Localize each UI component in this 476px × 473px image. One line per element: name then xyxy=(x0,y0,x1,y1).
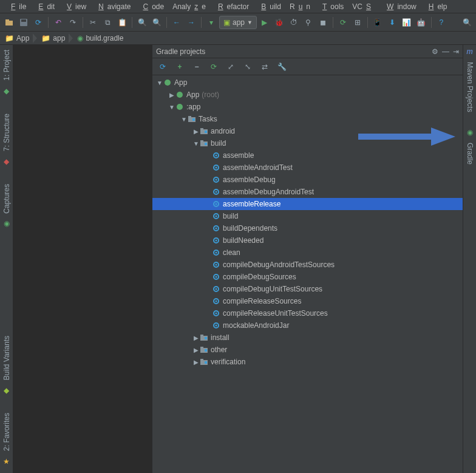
task-compileDebugSources[interactable]: compileDebugSources xyxy=(152,271,463,283)
menu-navigate[interactable]: Navigate xyxy=(91,1,134,12)
expand-chevron-icon[interactable] xyxy=(168,104,175,111)
help-icon[interactable]: ? xyxy=(435,16,448,29)
tool-project[interactable]: 1: Project xyxy=(2,47,11,83)
gradle-sync-icon[interactable]: ⟳ xyxy=(336,16,350,29)
tree-label: :app xyxy=(186,103,200,111)
sdk-icon[interactable]: ⬇ xyxy=(386,16,399,29)
tool-favorites[interactable]: 2: Favorites xyxy=(2,410,11,454)
task-buildDependents[interactable]: buildDependents xyxy=(152,222,463,234)
task-assembleAndroidTest[interactable]: assembleAndroidTest xyxy=(152,162,463,174)
expand-chevron-icon[interactable] xyxy=(192,128,200,135)
tree-group-other[interactable]: other xyxy=(152,344,463,356)
avd-icon[interactable]: 📱 xyxy=(371,16,384,29)
android-device-icon[interactable]: 🤖 xyxy=(415,16,428,29)
tree-tasks[interactable]: Tasks xyxy=(152,113,463,125)
zoom-in-icon[interactable]: 🔍 xyxy=(135,16,149,29)
menu-window[interactable]: Window xyxy=(379,1,420,12)
task-compileDebugAndroidTestSources[interactable]: compileDebugAndroidTestSources xyxy=(152,259,463,271)
back-icon[interactable]: ← xyxy=(170,16,183,29)
task-assembleRelease[interactable]: assembleRelease xyxy=(152,198,463,210)
project-structure-icon[interactable]: ⊞ xyxy=(351,16,364,29)
debug-icon[interactable]: 🐞 xyxy=(273,16,286,29)
stop-icon[interactable]: ◼ xyxy=(316,16,330,29)
settings-icon[interactable]: ⚙ xyxy=(432,47,438,56)
make-icon[interactable]: ▾ xyxy=(205,16,218,29)
run-config-selector[interactable]: ▣ app ▼ xyxy=(219,16,257,29)
monitor-icon[interactable]: 📊 xyxy=(400,16,413,29)
tree-app-module[interactable]: :app xyxy=(152,101,463,113)
menu-analyze[interactable]: Analyze xyxy=(169,1,209,12)
task-assembleDebug[interactable]: assembleDebug xyxy=(152,174,463,186)
crumb-file[interactable]: ◉ build.gradle xyxy=(73,32,127,44)
profile-icon[interactable]: ⏱ xyxy=(287,16,301,29)
expand-chevron-icon[interactable] xyxy=(180,116,188,123)
zoom-out-icon[interactable]: 🔍 xyxy=(150,16,163,29)
wrench-icon[interactable]: 🔧 xyxy=(276,61,287,72)
task-compileReleaseUnitTestSources[interactable]: compileReleaseUnitTestSources xyxy=(152,307,463,319)
refresh-icon[interactable]: ⟳ xyxy=(157,61,168,72)
forward-icon[interactable]: → xyxy=(185,16,198,29)
tool-build-variants[interactable]: Build Variants xyxy=(2,333,11,383)
tree-label: assembleRelease xyxy=(223,200,280,208)
task-build[interactable]: build xyxy=(152,210,463,222)
expand-chevron-icon[interactable] xyxy=(192,335,200,341)
expand-chevron-icon[interactable] xyxy=(192,359,200,366)
copy-icon[interactable]: ⧉ xyxy=(101,16,114,29)
search-icon[interactable]: 🔍 xyxy=(460,16,474,29)
sync-icon[interactable]: ⟳ xyxy=(32,16,45,29)
expand-chevron-icon[interactable] xyxy=(192,140,200,147)
collapse-icon[interactable]: ⤡ xyxy=(242,61,253,72)
attach-icon[interactable]: ⚲ xyxy=(302,16,315,29)
menu-file[interactable]: File xyxy=(4,1,30,12)
remove-icon[interactable]: − xyxy=(191,61,202,72)
paste-icon[interactable]: 📋 xyxy=(115,16,129,29)
task-compileDebugUnitTestSources[interactable]: compileDebugUnitTestSources xyxy=(152,283,463,295)
minimize-icon[interactable]: ― xyxy=(442,47,449,56)
svg-rect-47 xyxy=(200,335,203,336)
tree-label: assembleDebugAndroidTest xyxy=(223,188,314,196)
tool-structure[interactable]: 7: Structure xyxy=(2,111,11,154)
tool-maven[interactable]: Maven Projects xyxy=(466,60,474,115)
expand-icon[interactable]: ⤢ xyxy=(225,61,236,72)
tree-label: compileDebugSources xyxy=(223,273,296,281)
task-assemble[interactable]: assemble xyxy=(152,149,463,162)
menu-view[interactable]: View xyxy=(59,1,90,12)
tree-group-build[interactable]: build xyxy=(152,137,463,149)
task-buildNeeded[interactable]: buildNeeded xyxy=(152,234,463,247)
tree-root-project[interactable]: App(root) xyxy=(152,89,463,101)
hide-icon[interactable]: ⇥ xyxy=(453,47,459,56)
task-mockableAndroidJar[interactable]: mockableAndroidJar xyxy=(152,319,463,332)
gradle-tree[interactable]: AppApp(root):appTasksandroidbuildassembl… xyxy=(152,75,463,473)
cut-icon[interactable]: ✂ xyxy=(86,16,100,29)
menu-build[interactable]: Build xyxy=(254,1,285,12)
redo-icon[interactable]: ↷ xyxy=(66,16,80,29)
execute-icon[interactable]: ⟳ xyxy=(208,61,219,72)
crumb-project[interactable]: 📁 App xyxy=(1,32,33,44)
save-icon[interactable] xyxy=(17,16,30,29)
tree-group-install[interactable]: install xyxy=(152,332,463,344)
menu-vcs[interactable]: VCS xyxy=(348,1,378,12)
menu-edit[interactable]: Edit xyxy=(31,1,58,12)
task-clean[interactable]: clean xyxy=(152,247,463,259)
tree-root[interactable]: App xyxy=(152,77,463,89)
task-assembleDebugAndroidTest[interactable]: assembleDebugAndroidTest xyxy=(152,186,463,198)
expand-chevron-icon[interactable] xyxy=(168,92,175,98)
tool-captures[interactable]: Captures xyxy=(2,182,11,216)
add-icon[interactable]: + xyxy=(174,61,185,72)
menu-tools[interactable]: Tools xyxy=(315,1,347,12)
tree-group-android[interactable]: android xyxy=(152,125,463,137)
expand-chevron-icon[interactable] xyxy=(192,347,200,353)
expand-chevron-icon[interactable] xyxy=(156,80,163,86)
task-compileReleaseSources[interactable]: compileReleaseSources xyxy=(152,295,463,307)
run-icon[interactable]: ▶ xyxy=(258,16,271,29)
menu-help[interactable]: Help xyxy=(421,1,451,12)
tree-group-verification[interactable]: verification xyxy=(152,356,463,368)
crumb-module[interactable]: 📁 app xyxy=(38,32,69,44)
open-icon[interactable] xyxy=(2,16,16,29)
menu-refactor[interactable]: Refactor xyxy=(211,1,253,12)
menu-code[interactable]: Code xyxy=(135,1,168,12)
menu-run[interactable]: Run xyxy=(286,1,314,12)
tool-gradle[interactable]: Gradle xyxy=(466,140,474,167)
undo-icon[interactable]: ↶ xyxy=(52,16,65,29)
toggle-offline-icon[interactable]: ⇄ xyxy=(259,61,270,72)
